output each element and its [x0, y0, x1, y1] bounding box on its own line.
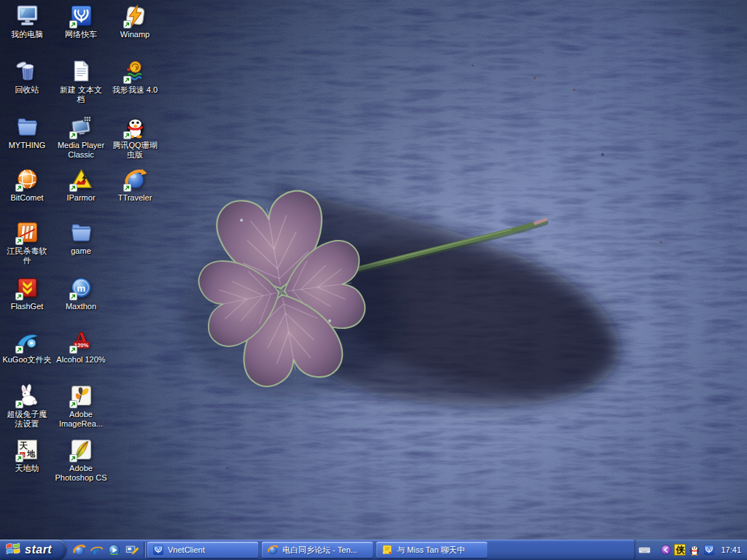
shortcut-arrow-badge	[123, 76, 131, 84]
desktop-icon-label: 超级兔子魔 法设置	[0, 410, 58, 429]
desktop-icon-label: 网络快车	[50, 30, 112, 39]
shortcut-arrow-badge	[15, 400, 23, 408]
desktop-icon-label: 新建 文本文 档	[50, 85, 112, 104]
desktop-icon-label: FlashGet	[0, 302, 58, 311]
shortcut-arrow-badge	[69, 400, 77, 408]
text-doc-icon	[69, 59, 93, 84]
forum-browser-task[interactable]: 电白同乡论坛 - Ten...	[262, 542, 373, 558]
recycle-bin-icon	[15, 59, 39, 84]
desktop-icon-new-text-doc[interactable]: 新建 文本文 档	[50, 59, 112, 104]
desktop-icon-label: KuGoo文件夹	[0, 355, 58, 365]
show-desktop-quicklaunch[interactable]	[124, 542, 139, 557]
tray-purple-player-icon[interactable]	[659, 544, 672, 556]
desktop-icon-label: Adobe ImageRea...	[50, 410, 112, 429]
vnetclient-task-label: VnetClient	[168, 545, 205, 554]
telecom-icon	[69, 4, 93, 28]
desktop-icon-label: BitComet	[0, 193, 58, 203]
alcohol-icon: A120%	[69, 329, 93, 354]
tray-clock[interactable]: 17:41	[721, 545, 741, 554]
flashget-icon	[15, 276, 39, 300]
media-player-quicklaunch[interactable]	[107, 542, 121, 557]
desktop-icon-label: Alcohol 120%	[50, 355, 112, 365]
desktop-icon-label: 回收站	[0, 85, 58, 95]
tiandijie-icon: 天地劫	[15, 438, 39, 462]
tray-input-method-icon[interactable]	[638, 544, 651, 556]
desktop-icon-label: 我形我速 4.0	[104, 85, 166, 95]
desktop-icon-label: 天地劫	[0, 464, 58, 473]
svg-text:e: e	[93, 543, 98, 556]
qq-icon	[123, 114, 147, 139]
desktop-icon-mpc[interactable]: Media Player Classic	[50, 114, 112, 160]
qq-chat-task-label: 与 Miss Tan 聊天中	[397, 545, 465, 556]
desktop-icon-game-folder[interactable]: game	[50, 220, 112, 256]
start-button[interactable]: start	[0, 540, 66, 560]
tray-xia-game-icon[interactable]: 侠	[674, 544, 686, 556]
desktop-icon-recycle-bin[interactable]: 回收站	[0, 59, 58, 95]
svg-text:m: m	[77, 283, 85, 294]
tray-qq-tray-icon[interactable]	[688, 544, 700, 556]
iparmor-icon	[69, 167, 93, 192]
desktop-icon-jiangmin-av[interactable]: 江民杀毒软 件	[0, 220, 58, 265]
jiangmin-icon	[15, 220, 39, 245]
tray-telecom-tray-icon[interactable]	[703, 544, 715, 556]
quick-launch-bar: e	[66, 540, 142, 560]
desktop-icon-label: Winamp	[104, 30, 166, 39]
winamp-icon	[123, 4, 147, 28]
desktop-icon-iparmor[interactable]: IParmor	[50, 167, 112, 203]
desktop-icon-label: game	[50, 246, 112, 256]
desktop-icon-label: TTraveler	[104, 193, 166, 203]
desktop-icon-maxthon[interactable]: mMaxthon	[50, 276, 112, 311]
shortcut-arrow-badge	[15, 184, 23, 192]
desktop-icon-mything[interactable]: MYTHING	[0, 114, 58, 150]
shortcut-arrow-badge	[69, 184, 77, 192]
photoshop-icon	[69, 438, 93, 462]
shortcut-arrow-badge	[69, 292, 77, 300]
desktop-icon-winamp[interactable]: Winamp	[104, 4, 166, 39]
taskbar: start e VnetClient电白同乡论坛 - Ten...与 Miss …	[0, 540, 747, 560]
shortcut-arrow-badge	[69, 20, 77, 28]
shortcut-arrow-badge	[123, 20, 131, 28]
taskbar-divider	[144, 542, 146, 558]
woxing-icon	[123, 59, 147, 84]
qq-chat-task[interactable]: 与 Miss Tan 聊天中	[376, 542, 487, 558]
desktop-icon-alcohol[interactable]: A120%Alcohol 120%	[50, 329, 112, 365]
shortcut-arrow-badge	[15, 292, 23, 300]
shortcut-arrow-badge	[69, 131, 77, 139]
desktop-icon-super-rabbit[interactable]: 超级兔子魔 法设置	[0, 384, 58, 429]
vnetclient-task[interactable]: VnetClient	[147, 542, 258, 558]
internet-explorer-quicklaunch[interactable]: e	[89, 542, 104, 557]
desktop-icon-kugoo-folder[interactable]: KuGoo文件夹	[0, 329, 58, 365]
desktop-icon-net-express[interactable]: 网络快车	[50, 4, 112, 39]
shortcut-arrow-badge	[15, 237, 23, 245]
forum-browser-task-label: 电白同乡论坛 - Ten...	[282, 545, 357, 556]
desktop-icon-tencent-qq[interactable]: 腾讯QQ珊瑚 虫版	[104, 114, 166, 160]
desktop-icon-label: MYTHING	[0, 141, 58, 150]
desktop-icon-flashget[interactable]: FlashGet	[0, 276, 58, 311]
desktop: 我的电脑网络快车Winamp回收站新建 文本文 档我形我速 4.0MYTHING…	[0, 0, 747, 540]
desktop-icon-label: Media Player Classic	[50, 141, 112, 160]
desktop-icon-woxing-wosu[interactable]: 我形我速 4.0	[104, 59, 166, 95]
folder-icon	[69, 220, 93, 245]
ttraveler-quicklaunch[interactable]	[71, 542, 86, 557]
rabbit-icon	[15, 384, 39, 408]
svg-text:地: 地	[26, 449, 35, 458]
bitcomet-icon	[15, 167, 39, 192]
desktop-icon-tiandijie[interactable]: 天地劫天地劫	[0, 438, 58, 473]
desktop-icon-label: Maxthon	[50, 302, 112, 311]
kugoo-icon	[15, 329, 39, 354]
desktop-icon-label: IParmor	[50, 193, 112, 203]
shortcut-arrow-badge	[69, 454, 77, 462]
desktop-icon-bitcomet[interactable]: BitComet	[0, 167, 58, 203]
task-button-area: VnetClient电白同乡论坛 - Ten...与 Miss Tan 聊天中	[147, 540, 634, 560]
desktop-icon-photoshop-cs[interactable]: Adobe Photoshop CS	[50, 438, 112, 483]
imageready-icon	[69, 384, 93, 408]
system-tray: 侠17:41	[634, 540, 747, 560]
shortcut-arrow-badge	[123, 184, 131, 192]
desktop-icon-my-computer[interactable]: 我的电脑	[0, 4, 58, 39]
shortcut-arrow-badge	[15, 346, 23, 354]
shortcut-arrow-badge	[15, 454, 23, 462]
desktop-icon-imageready[interactable]: Adobe ImageRea...	[50, 384, 112, 429]
windows-flag-icon	[5, 540, 21, 559]
desktop-icon-ttraveler[interactable]: TTraveler	[104, 167, 166, 203]
shortcut-arrow-badge	[69, 346, 77, 354]
